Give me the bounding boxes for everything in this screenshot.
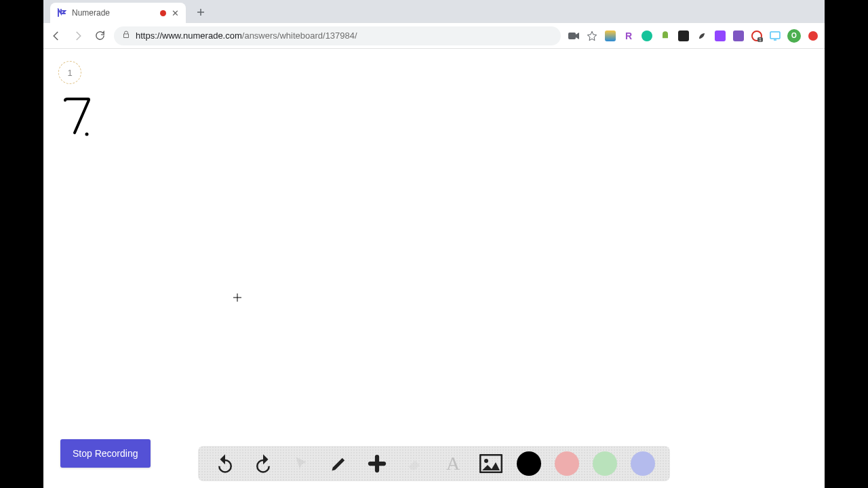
tab-strip: Numerade ✕ bbox=[43, 0, 825, 23]
pen-tool[interactable] bbox=[327, 451, 351, 476]
forward-button[interactable] bbox=[71, 28, 85, 43]
handwriting-stroke bbox=[61, 95, 102, 145]
lock-icon bbox=[122, 30, 130, 41]
page-number-badge[interactable]: 1 bbox=[58, 61, 81, 84]
extension-rocket-icon[interactable] bbox=[696, 30, 708, 42]
bookmark-star-icon[interactable] bbox=[586, 30, 598, 42]
image-tool[interactable] bbox=[479, 451, 503, 476]
extension-grammarly-icon[interactable] bbox=[641, 30, 653, 42]
back-button[interactable] bbox=[49, 28, 64, 43]
text-tool[interactable]: A bbox=[441, 451, 465, 476]
extension-1-icon[interactable] bbox=[604, 30, 616, 42]
address-bar[interactable]: https://www.numerade.com/answers/whitebo… bbox=[114, 26, 561, 45]
browser-window: Numerade ✕ https://www.numerade.com/answ… bbox=[43, 0, 825, 488]
svg-point-4 bbox=[484, 459, 488, 463]
new-tab-button[interactable] bbox=[191, 3, 210, 22]
stop-recording-button[interactable]: Stop Recording bbox=[60, 439, 151, 468]
extension-twitch-icon[interactable] bbox=[714, 30, 726, 42]
crosshair-cursor-icon bbox=[233, 293, 241, 304]
extension-shield-icon[interactable]: 1 bbox=[751, 30, 763, 42]
pointer-tool[interactable] bbox=[289, 451, 313, 476]
text-tool-icon: A bbox=[446, 453, 460, 474]
whiteboard-canvas[interactable]: 1 Stop Recording bbox=[43, 49, 825, 488]
url-path: /answers/whiteboard/137984/ bbox=[242, 30, 357, 41]
svg-rect-0 bbox=[568, 33, 576, 39]
undo-button[interactable] bbox=[213, 451, 237, 476]
svg-point-2 bbox=[85, 133, 89, 136]
extension-android-icon[interactable] bbox=[659, 30, 671, 42]
svg-rect-1 bbox=[770, 32, 780, 39]
numerade-favicon-icon bbox=[57, 8, 66, 18]
toolbar-actions: R 1 O bbox=[568, 29, 819, 43]
extension-r-icon[interactable]: R bbox=[623, 30, 635, 42]
add-tool[interactable] bbox=[365, 451, 389, 476]
tab-title: Numerade bbox=[72, 8, 155, 18]
extension-monitor-icon[interactable] bbox=[769, 30, 781, 42]
profile-avatar[interactable]: O bbox=[787, 29, 801, 43]
tool-tray: A bbox=[198, 446, 670, 481]
color-black[interactable] bbox=[517, 451, 541, 476]
browser-toolbar: https://www.numerade.com/answers/whitebo… bbox=[43, 23, 825, 49]
url-host: https://www.numerade.com bbox=[136, 30, 242, 41]
url-text: https://www.numerade.com/answers/whitebo… bbox=[136, 30, 357, 41]
extension-purple-icon[interactable] bbox=[732, 30, 745, 42]
close-tab-icon[interactable]: ✕ bbox=[172, 9, 179, 18]
eraser-tool[interactable] bbox=[403, 451, 427, 476]
redo-button[interactable] bbox=[251, 451, 275, 476]
reload-button[interactable] bbox=[92, 28, 107, 43]
extension-red-dot-icon[interactable] bbox=[807, 30, 819, 42]
extension-dark-icon[interactable] bbox=[677, 30, 690, 42]
color-red[interactable] bbox=[555, 451, 579, 476]
page-number: 1 bbox=[67, 68, 72, 78]
stop-recording-label: Stop Recording bbox=[73, 448, 138, 459]
camera-icon[interactable] bbox=[568, 30, 580, 42]
color-green[interactable] bbox=[593, 451, 617, 476]
browser-tab[interactable]: Numerade ✕ bbox=[50, 3, 186, 23]
recording-indicator-icon bbox=[160, 10, 166, 16]
color-blue[interactable] bbox=[631, 451, 655, 476]
